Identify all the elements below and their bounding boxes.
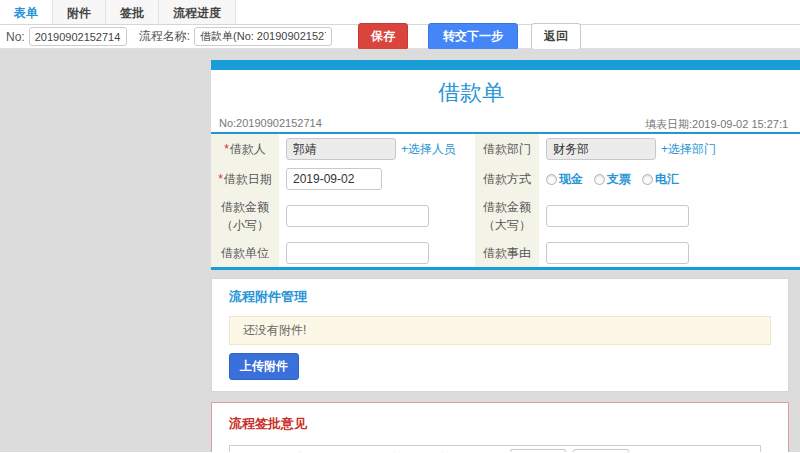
approval-heading: 流程签批意见 <box>229 415 771 433</box>
department-input[interactable] <box>546 138 656 160</box>
toolbar-divider <box>394 451 395 452</box>
method-value-cell: 现金 支票 电汇 <box>539 164 800 194</box>
amount-lower-label-cell: 借款金额（小写） <box>211 194 279 238</box>
upload-attachment-button[interactable]: 上传附件 <box>229 353 299 380</box>
reason-input[interactable] <box>546 242 689 264</box>
reason-label-cell: 借款事由 <box>475 238 539 267</box>
header-row: No: 流程名称: 保存 转交下一步 返回 <box>0 25 800 49</box>
loan-date-label-cell: *借款日期 <box>211 164 279 194</box>
loan-date-value-cell <box>279 164 475 194</box>
indent-icon[interactable]: ⇥ <box>470 450 483 452</box>
department-value-cell: +选择部门 <box>539 134 800 164</box>
select-person-link[interactable]: +选择人员 <box>401 141 456 158</box>
radio-option-wire[interactable]: 电汇 <box>642 171 679 188</box>
radio-cash-icon <box>546 174 557 185</box>
bulleted-list-icon[interactable]: ≡ <box>422 450 435 452</box>
loan-date-input[interactable] <box>286 168 382 190</box>
amount-upper-label-cell: 借款金额（大写） <box>475 194 539 238</box>
borrower-value-cell: +选择人员 <box>279 134 475 164</box>
reason-value-cell <box>539 238 800 267</box>
borrower-label-cell: *借款人 <box>211 134 279 164</box>
no-attachment-alert: 还没有附件! <box>229 316 771 345</box>
amount-upper-input[interactable] <box>546 205 689 227</box>
process-name-input[interactable] <box>194 27 332 46</box>
tab-form[interactable]: 表单 <box>0 0 53 24</box>
next-step-button[interactable]: 转交下一步 <box>428 23 518 50</box>
unlink-icon[interactable] <box>351 450 367 452</box>
tab-progress[interactable]: 流程进度 <box>159 0 236 24</box>
department-label-cell: 借款部门 <box>475 134 539 164</box>
attachment-section: 流程附件管理 还没有附件! 上传附件 <box>211 278 789 392</box>
tab-bar: 表单 附件 签批 流程进度 <box>0 0 800 25</box>
unit-input[interactable] <box>286 242 429 264</box>
bold-button[interactable]: B <box>238 450 251 452</box>
toolbar-divider <box>300 451 301 452</box>
no-label: No: <box>6 30 25 44</box>
unit-label-cell: 借款单位 <box>211 238 279 267</box>
amount-lower-input[interactable] <box>286 205 429 227</box>
anchor-icon[interactable]: ⚑ <box>374 450 387 452</box>
amount-upper-value-cell <box>539 194 800 238</box>
rich-text-editor: B I abc ✎ ⚑ ≡ ≡ ⇤ <box>229 445 761 452</box>
loan-form-card: 借款单 No:20190902152714 填表日期:2019-09-02 15… <box>211 60 800 270</box>
required-marker: * <box>218 172 223 186</box>
form-grid: *借款人 +选择人员 借款部门 +选择部门 *借款日期 <box>211 134 800 267</box>
process-name-label: 流程名称: <box>139 28 190 45</box>
no-input[interactable] <box>29 27 127 46</box>
strikethrough-button[interactable]: abc <box>278 450 293 452</box>
remove-format-icon[interactable]: ✎ <box>308 450 321 452</box>
radio-wire-icon <box>642 174 653 185</box>
toolbar-divider <box>442 451 443 452</box>
approval-section: 流程签批意见 B I abc ✎ ⚑ ≡ ≡ <box>211 402 789 452</box>
top-blue-bar <box>211 60 800 70</box>
tab-approval[interactable]: 签批 <box>106 0 159 24</box>
tab-attachment[interactable]: 附件 <box>53 0 106 24</box>
back-button[interactable]: 返回 <box>531 23 581 50</box>
select-department-link[interactable]: +选择部门 <box>661 141 716 158</box>
required-marker: * <box>224 142 229 156</box>
numbered-list-icon[interactable]: ≡ <box>402 450 415 452</box>
link-icon[interactable] <box>328 450 344 452</box>
form-meta-row: No:20190902152714 填表日期:2019-09-02 15:27:… <box>211 113 800 134</box>
method-label-cell: 借款方式 <box>475 164 539 194</box>
radio-option-cash[interactable]: 现金 <box>546 171 583 188</box>
unit-value-cell <box>279 238 475 267</box>
amount-lower-value-cell <box>279 194 475 238</box>
main-area: 借款单 No:20190902152714 填表日期:2019-09-02 15… <box>0 49 800 452</box>
format-dropdown[interactable]: 格式 ▾ <box>573 449 629 452</box>
blockquote-icon[interactable]: ” <box>490 450 503 452</box>
borrower-input[interactable] <box>286 138 396 160</box>
fill-date: 填表日期:2019-09-02 15:27:1 <box>645 117 788 132</box>
italic-button[interactable]: I <box>258 450 271 452</box>
save-button[interactable]: 保存 <box>358 23 408 50</box>
style-dropdown[interactable]: 样式 ▾ <box>510 449 566 452</box>
document-number: No:20190902152714 <box>219 117 322 129</box>
editor-toolbar: B I abc ✎ ⚑ ≡ ≡ ⇤ <box>230 446 760 452</box>
outdent-icon[interactable]: ⇤ <box>450 450 463 452</box>
document-panel: 借款单 No:20190902152714 填表日期:2019-09-02 15… <box>211 60 800 452</box>
attachment-heading: 流程附件管理 <box>229 288 771 306</box>
radio-cheque-icon <box>594 174 605 185</box>
radio-option-cheque[interactable]: 支票 <box>594 171 631 188</box>
form-title: 借款单 <box>211 70 731 113</box>
